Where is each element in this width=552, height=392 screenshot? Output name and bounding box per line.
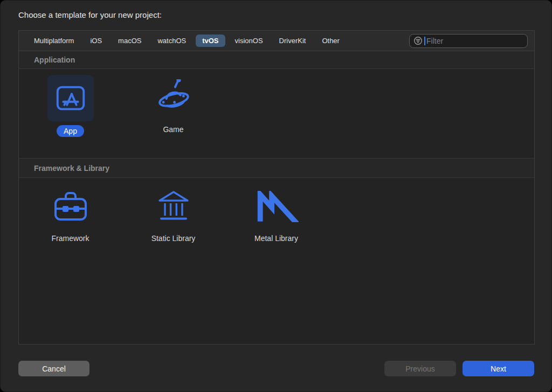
template-item-game[interactable]: Game (122, 69, 225, 134)
platform-tabbar: Multiplatform iOS macOS watchOS tvOS vis… (19, 31, 534, 51)
template-label-metal-library: Metal Library (254, 234, 298, 243)
template-chooser-panel: Multiplatform iOS macOS watchOS tvOS vis… (18, 30, 535, 345)
platform-tabs: Multiplatform iOS macOS watchOS tvOS vis… (27, 35, 346, 47)
app-store-icon (54, 81, 87, 115)
tab-visionos[interactable]: visionOS (229, 35, 270, 47)
cancel-button[interactable]: Cancel (18, 361, 89, 376)
section-header-label: Application (34, 56, 75, 64)
metal-m-icon (254, 191, 299, 222)
tab-watchos[interactable]: watchOS (151, 35, 192, 47)
filter-input[interactable] (426, 37, 523, 45)
tab-ios[interactable]: iOS (84, 35, 108, 47)
template-tile-app (47, 75, 94, 121)
bank-columns-icon (157, 190, 190, 223)
tab-macos[interactable]: macOS (112, 35, 148, 47)
application-templates-row: App (19, 69, 534, 159)
toolbox-icon (53, 190, 88, 223)
template-item-app[interactable]: App (19, 69, 122, 137)
dialog-title: Choose a template for your new project: (18, 10, 162, 19)
ufo-game-icon (153, 79, 195, 117)
template-item-framework[interactable]: Framework (19, 178, 122, 243)
template-label-static-library: Static Library (151, 234, 196, 243)
filter-icon (413, 36, 423, 45)
previous-button[interactable]: Previous (384, 361, 456, 376)
tab-other[interactable]: Other (315, 35, 346, 47)
filter-field[interactable] (409, 34, 528, 48)
text-caret (424, 37, 425, 45)
template-tile-framework (47, 187, 94, 226)
tab-tvos[interactable]: tvOS (196, 35, 225, 47)
next-button[interactable]: Next (463, 361, 534, 376)
tab-driverkit[interactable]: DriverKit (273, 35, 313, 47)
section-header-label: Framework & Library (34, 164, 109, 173)
tab-multiplatform[interactable]: Multiplatform (27, 35, 80, 47)
template-tile-static-library (150, 187, 197, 226)
template-item-static-library[interactable]: Static Library (122, 178, 225, 243)
section-header-application: Application (19, 51, 534, 69)
template-tile-game (150, 75, 197, 121)
template-label-framework: Framework (51, 234, 89, 243)
framework-library-templates-row: Framework Static Library (19, 178, 534, 344)
template-label-game: Game (163, 125, 183, 134)
template-item-metal-library[interactable]: Metal Library (225, 178, 328, 243)
template-tile-metal-library (253, 187, 300, 226)
new-project-template-dialog: Choose a template for your new project: … (0, 0, 552, 392)
template-label-app: App (57, 125, 84, 137)
section-header-framework-library: Framework & Library (19, 159, 534, 178)
